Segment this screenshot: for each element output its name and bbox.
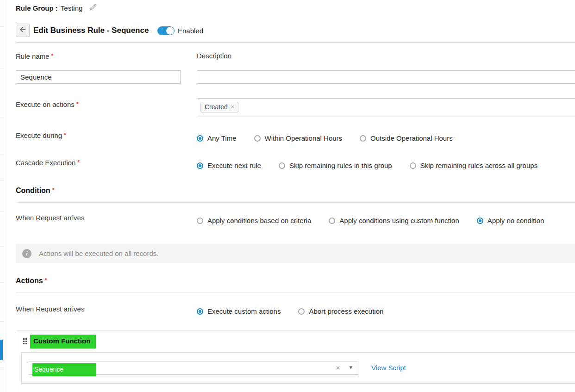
radio-abort-process-execution[interactable]: Abort process execution — [298, 307, 383, 315]
active-item-indicator — [0, 340, 3, 360]
radio-label: Execute next rule — [207, 162, 261, 169]
radio-skip-rules-all-groups[interactable]: Skip remaining rules across all groups — [410, 162, 538, 169]
radio-apply-no-condition[interactable]: Apply no condition — [477, 217, 544, 224]
radio-label: Execute custom actions — [207, 307, 281, 315]
cascade-execution-label: Cascade Execution* — [16, 159, 80, 167]
enabled-toggle[interactable] — [157, 26, 175, 35]
radio-button — [254, 135, 261, 142]
condition-heading: Condition* — [16, 187, 54, 195]
actions-divider — [16, 292, 575, 293]
required-asterisk: * — [76, 101, 79, 107]
radio-label: Apply conditions using custom function — [339, 217, 459, 224]
rail-divider — [0, 26, 4, 27]
radio-label: Skip remaining rules in this group — [289, 162, 392, 169]
radio-button — [360, 135, 366, 142]
condition-radio-group: Apply conditions based on criteria Apply… — [197, 217, 544, 224]
dropdown-caret-icon[interactable]: ▾ — [349, 364, 352, 371]
radio-button-selected — [477, 218, 483, 224]
tag-remove-icon[interactable]: × — [231, 104, 234, 110]
radio-label: Any Time — [207, 134, 237, 142]
radio-outside-operational-hours[interactable]: Outside Operational Hours — [360, 134, 453, 142]
radio-apply-conditions-criteria[interactable]: Apply conditions based on criteria — [197, 217, 311, 224]
condition-divider — [16, 202, 575, 203]
rule-name-input[interactable] — [16, 70, 181, 84]
rail-divider — [0, 367, 4, 367]
radio-label: Within Operational Hours — [265, 134, 343, 142]
function-select-value: Sequence — [32, 363, 96, 376]
rule-group-row: Rule Group : Testing — [16, 3, 98, 12]
function-select[interactable]: Sequence ✕ ▾ — [29, 361, 358, 375]
execute-during-radio-group: Any Time Within Operational Hours Outsid… — [197, 134, 453, 142]
radio-label: Abort process execution — [309, 307, 383, 315]
rule-group-value: Testing — [61, 4, 83, 12]
required-asterisk: * — [51, 53, 54, 59]
custom-function-title: Custom Function — [30, 335, 96, 348]
info-icon: i — [22, 249, 31, 258]
back-arrow-icon — [19, 25, 27, 35]
edit-rule-group-button[interactable] — [89, 3, 98, 12]
tag-created: Created × — [200, 102, 238, 112]
radio-button-selected — [197, 162, 203, 169]
required-asterisk: * — [64, 132, 66, 138]
actions-heading: Actions* — [16, 277, 47, 285]
radio-button — [197, 218, 203, 224]
radio-button — [329, 218, 335, 224]
description-label: Description — [197, 52, 231, 60]
header-divider — [16, 42, 575, 43]
required-asterisk: * — [52, 187, 55, 193]
radio-button-selected — [197, 308, 203, 315]
radio-label: Skip remaining rules across all groups — [420, 162, 538, 169]
back-button[interactable] — [16, 24, 30, 37]
radio-execute-custom-actions[interactable]: Execute custom actions — [197, 307, 281, 315]
radio-within-operational-hours[interactable]: Within Operational Hours — [254, 134, 343, 142]
execute-during-label: Execute during* — [16, 131, 66, 139]
rule-group-label: Rule Group : — [16, 4, 58, 12]
description-input[interactable] — [197, 70, 575, 84]
radio-label: Apply conditions based on criteria — [207, 217, 311, 224]
enabled-toggle-label: Enabled — [178, 27, 203, 35]
rail-divider — [0, 282, 4, 283]
radio-button-selected — [197, 135, 203, 142]
rail-divider — [0, 212, 4, 212]
rule-name-label: Rule name* — [16, 52, 53, 60]
radio-button — [298, 308, 305, 315]
rail-divider — [0, 116, 4, 116]
rail-divider — [0, 321, 4, 322]
custom-function-body: Sequence ✕ ▾ View Script — [21, 352, 575, 384]
required-asterisk: * — [77, 159, 80, 166]
actions-radio-group: Execute custom actions Abort process exe… — [197, 307, 383, 315]
info-message: Actions will be executed on all records. — [39, 249, 158, 257]
collapsed-sidebar-rail — [0, 0, 4, 392]
clear-selection-icon[interactable]: ✕ — [336, 365, 340, 371]
radio-button — [279, 162, 285, 169]
rail-divider — [0, 68, 4, 68]
info-banner: i Actions will be executed on all record… — [16, 244, 575, 263]
cascade-execution-radio-group: Execute next rule Skip remaining rules i… — [197, 162, 538, 169]
condition-when-label: When Request arrives — [16, 214, 84, 222]
radio-skip-rules-this-group[interactable]: Skip remaining rules in this group — [279, 162, 392, 169]
radio-execute-next-rule[interactable]: Execute next rule — [197, 162, 261, 169]
radio-apply-conditions-custom-function[interactable]: Apply conditions using custom function — [329, 217, 459, 224]
rail-divider — [0, 246, 4, 247]
pencil-icon — [89, 3, 97, 13]
radio-label: Outside Operational Hours — [370, 134, 453, 142]
radio-button — [410, 162, 416, 169]
actions-when-label: When Request arrives — [16, 305, 84, 313]
execute-on-actions-multiselect[interactable]: Created × — [197, 98, 575, 117]
required-asterisk: * — [45, 277, 47, 284]
view-script-link[interactable]: View Script — [371, 364, 406, 372]
radio-any-time[interactable]: Any Time — [197, 134, 237, 142]
page-title: Edit Business Rule - Sequence — [33, 26, 149, 35]
radio-label: Apply no condition — [488, 217, 544, 224]
tag-label: Created — [205, 103, 228, 111]
execute-on-actions-label: Execute on actions* — [16, 100, 78, 108]
drag-handle-icon[interactable] — [23, 338, 27, 344]
rail-divider — [0, 180, 4, 181]
rail-divider — [0, 153, 4, 153]
custom-function-card: Custom Function Sequence ✕ ▾ View Script — [16, 330, 575, 392]
